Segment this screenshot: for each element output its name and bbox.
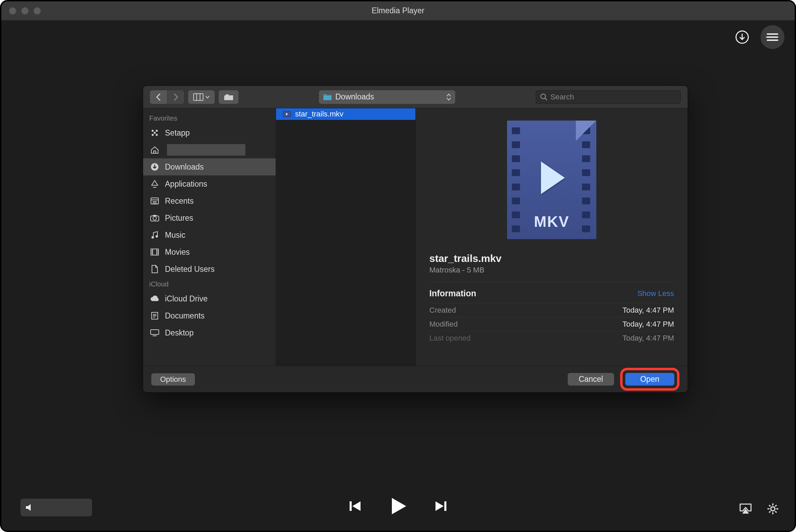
sidebar-item-label: Applications [165, 179, 207, 189]
svg-rect-9 [194, 94, 203, 100]
sidebar: FavoritesSetappDownloadsApplicationsRece… [143, 108, 276, 366]
nav-back-button[interactable] [150, 90, 167, 104]
sidebar-item-setapp[interactable]: Setapp [143, 124, 276, 141]
open-file-dialog: Downloads Search FavoritesSetappDownload… [143, 86, 688, 392]
svg-marker-27 [286, 113, 288, 115]
sidebar-item-label: Downloads [165, 162, 204, 172]
sidebar-item-recents[interactable]: Recents [143, 192, 276, 209]
app-title: Elmedia Player [1, 6, 795, 15]
airplay-button[interactable] [739, 503, 752, 515]
sidebar-item-label: Music [165, 231, 185, 240]
dialog-footer: Options Cancel Open [143, 366, 688, 392]
open-button[interactable]: Open [625, 373, 674, 386]
sidebar-item-downloads[interactable]: Downloads [143, 158, 276, 175]
file-ext-label: MKV [507, 213, 596, 230]
window-controls [9, 7, 41, 15]
cloud-icon [149, 295, 160, 302]
svg-rect-21 [153, 215, 156, 216]
music-icon [149, 231, 160, 239]
cancel-button[interactable]: Cancel [568, 373, 614, 386]
sidebar-item-pictures[interactable]: Pictures [143, 209, 276, 226]
svg-rect-26 [151, 330, 159, 334]
info-value: Today, 4:47 PM [623, 320, 674, 329]
popup-arrows-icon [446, 93, 451, 101]
recents-icon [149, 197, 160, 205]
show-less-link[interactable]: Show Less [637, 289, 674, 298]
desktop-icon [149, 329, 160, 337]
svg-point-8 [771, 507, 775, 511]
svg-rect-2 [350, 501, 352, 511]
sidebar-item-label: Deleted Users [165, 265, 215, 274]
settings-button[interactable] [766, 502, 780, 516]
preview-subtitle: Matroska - 5 MB [429, 266, 674, 282]
svg-marker-6 [435, 501, 444, 511]
zoom-window[interactable] [33, 7, 41, 15]
preview-filename: star_trails.mkv [429, 253, 674, 264]
group-button[interactable] [219, 90, 239, 104]
open-button-highlight: Open [620, 368, 679, 391]
home-label-field[interactable] [167, 144, 245, 156]
file-list[interactable]: star_trails.mkv [276, 108, 416, 366]
svg-point-23 [156, 235, 158, 238]
download-icon [149, 163, 160, 171]
sidebar-item-deleted-users[interactable]: Deleted Users [143, 261, 276, 278]
location-label: Downloads [335, 92, 374, 101]
search-field[interactable]: Search [536, 90, 681, 104]
view-mode-button[interactable] [188, 90, 215, 104]
svg-point-11 [541, 94, 546, 99]
dialog-toolbar: Downloads Search [143, 86, 688, 108]
file-type-icon: MKV [507, 121, 596, 239]
volume-slider[interactable] [20, 499, 92, 516]
nav-back-forward [150, 90, 184, 104]
minimize-window[interactable] [21, 7, 29, 15]
svg-rect-10 [323, 95, 332, 100]
sidebar-section-header: iCloud [143, 278, 276, 290]
docfold-icon [149, 311, 160, 320]
playlist-button[interactable] [761, 25, 784, 49]
svg-marker-1 [766, 36, 767, 38]
home-icon [149, 146, 160, 154]
info-header: Information [429, 288, 476, 298]
file-thumb-icon [283, 111, 291, 117]
nav-forward-button[interactable] [167, 90, 184, 104]
options-button[interactable]: Options [151, 373, 195, 386]
apps-icon [149, 180, 160, 188]
svg-point-14 [152, 134, 154, 136]
info-row: ModifiedToday, 4:47 PM [429, 317, 674, 331]
location-popup[interactable]: Downloads [319, 90, 455, 104]
info-key: Created [429, 306, 456, 315]
sidebar-item-documents[interactable]: Documents [143, 307, 276, 324]
chevron-down-icon [205, 95, 210, 99]
sidebar-section-header: Favorites [143, 112, 276, 124]
sidebar-item-applications[interactable]: Applications [143, 175, 276, 192]
close-window[interactable] [9, 7, 16, 15]
sidebar-item-desktop[interactable]: Desktop [143, 324, 276, 341]
grid-icon [149, 129, 160, 137]
download-button[interactable] [734, 29, 750, 45]
svg-rect-24 [151, 249, 158, 255]
prev-track-button[interactable] [347, 498, 363, 514]
info-value: Today, 4:47 PM [623, 334, 674, 343]
svg-point-16 [154, 132, 156, 134]
info-row: CreatedToday, 4:47 PM [429, 303, 674, 317]
sidebar-item-label: iCloud Drive [165, 294, 208, 303]
file-name: star_trails.mkv [295, 110, 343, 119]
play-button[interactable] [387, 495, 409, 517]
titlebar: Elmedia Player [1, 1, 795, 20]
sidebar-item-movies[interactable]: Movies [143, 244, 276, 261]
sidebar-item-label: Recents [165, 197, 194, 206]
info-row: Last openedToday, 4:47 PM [429, 331, 674, 345]
sidebar-item-label: Documents [165, 311, 204, 320]
svg-point-12 [152, 130, 154, 132]
svg-point-20 [153, 217, 156, 220]
sidebar-item-music[interactable]: Music [143, 226, 276, 244]
movie-icon [149, 248, 160, 256]
svg-point-13 [156, 130, 158, 132]
svg-marker-3 [352, 501, 361, 511]
next-track-button[interactable] [433, 498, 449, 514]
sidebar-item-icloud-drive[interactable]: iCloud Drive [143, 290, 276, 307]
volume-icon [25, 502, 35, 513]
svg-rect-5 [444, 501, 446, 511]
file-row[interactable]: star_trails.mkv [276, 108, 415, 120]
sidebar-item-home[interactable] [143, 141, 276, 158]
